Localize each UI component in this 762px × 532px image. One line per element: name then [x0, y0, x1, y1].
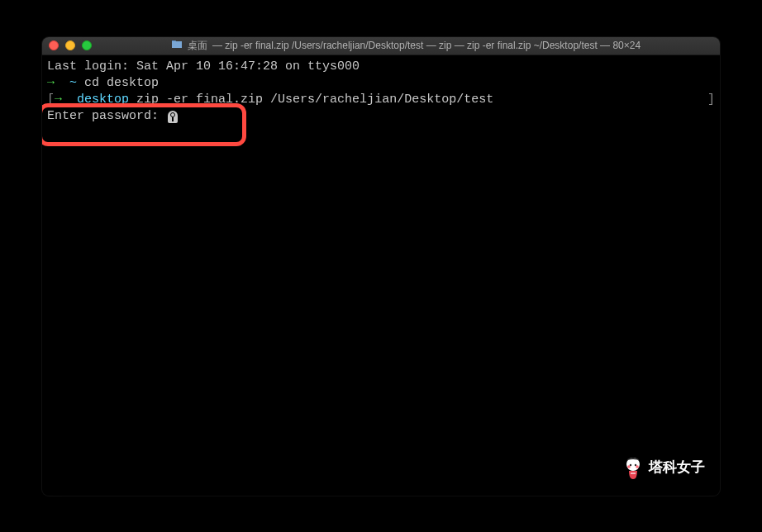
close-button[interactable]: [49, 40, 59, 50]
password-prompt-text: Enter password:: [47, 108, 166, 125]
window-title: 桌面 — zip -er final.zip /Users/racheljian…: [98, 39, 713, 53]
prompt-directory: desktop: [77, 93, 129, 107]
watermark-character-icon: [622, 456, 644, 481]
key-icon: [168, 111, 178, 123]
command-text: cd desktop: [84, 76, 159, 90]
command-line-1: → ~ cd desktop: [47, 75, 715, 92]
minimize-button[interactable]: [65, 40, 75, 50]
traffic-lights: [49, 40, 92, 50]
svg-point-4: [636, 465, 639, 468]
command-text: zip -er final.zip /Users/racheljian/Desk…: [136, 93, 493, 107]
svg-point-3: [627, 465, 631, 468]
window-titlebar[interactable]: 桌面 — zip -er final.zip /Users/racheljian…: [42, 37, 720, 55]
title-text: — zip -er final.zip /Users/racheljian/De…: [212, 40, 641, 51]
terminal-window: 桌面 — zip -er final.zip /Users/racheljian…: [42, 37, 720, 496]
bracket-right: ]: [707, 92, 715, 108]
svg-rect-5: [631, 473, 636, 474]
watermark-text: 塔科女子: [649, 458, 705, 477]
maximize-button[interactable]: [82, 40, 92, 50]
title-folder: 桌面: [188, 39, 207, 53]
watermark: 塔科女子: [622, 456, 705, 481]
prompt-directory: ~: [69, 76, 77, 90]
last-login-line: Last login: Sat Apr 10 16:47:28 on ttys0…: [47, 59, 715, 75]
prompt-arrow-icon: →: [55, 93, 62, 107]
prompt-arrow-icon: →: [47, 76, 55, 90]
terminal-body[interactable]: Last login: Sat Apr 10 16:47:28 on ttys0…: [42, 55, 720, 496]
folder-icon: [171, 40, 183, 51]
bracket-left: [: [47, 93, 55, 107]
password-prompt-line: Enter password:: [47, 108, 715, 125]
command-line-2: [→ desktop zip -er final.zip /Users/rach…: [47, 92, 715, 108]
